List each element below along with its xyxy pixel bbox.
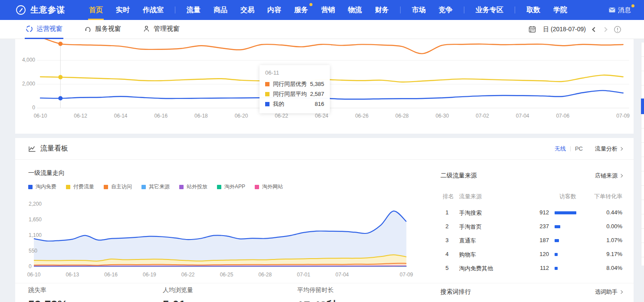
trend-chart-svg[interactable] bbox=[37, 39, 629, 108]
next-day-button-disabled[interactable] bbox=[602, 27, 607, 32]
stacked-area-chart[interactable]: 05501,1001,6502,20006-1006-1306-1606-190… bbox=[27, 199, 417, 286]
traffic-board-title: 流量看板 bbox=[40, 144, 68, 153]
nav-item-trade[interactable]: 交易 bbox=[234, 0, 261, 20]
x-tick-label: 06-28 bbox=[252, 272, 278, 278]
tab-management-view[interactable]: 管理视窗 bbox=[142, 20, 181, 39]
source-name-cell[interactable]: 购物车 bbox=[459, 251, 476, 259]
x-tick-label: 07-01 bbox=[291, 272, 317, 278]
table-header: 排名 流量来源 访客数 下单转化率 bbox=[440, 193, 622, 200]
nav-item-home[interactable]: 首页 bbox=[82, 0, 109, 20]
legend-item[interactable]: 自主访问 bbox=[104, 183, 132, 190]
shop-sources-link[interactable]: 店铺来源 bbox=[595, 172, 622, 180]
previous-day-button[interactable] bbox=[592, 27, 597, 32]
nav-divider bbox=[175, 7, 175, 13]
legend-item[interactable]: 淘外APP bbox=[217, 183, 245, 190]
notification-dot bbox=[631, 4, 634, 7]
home-trend-chart-card: 02,0004,00006-1006-1206-1406-1606-1806-2… bbox=[15, 39, 634, 134]
ya-tick-label: 0 bbox=[29, 263, 50, 269]
legend-swatch bbox=[179, 185, 184, 189]
series-color-swatch bbox=[265, 92, 269, 96]
nav-item-warroom[interactable]: 作战室 bbox=[136, 0, 170, 20]
column-conversion: 下单转化率 bbox=[575, 193, 622, 200]
nav-item-traffic[interactable]: 流量 bbox=[180, 0, 207, 20]
column-source: 流量来源 bbox=[459, 193, 482, 200]
brand-name[interactable]: 生意参谋 bbox=[30, 4, 65, 16]
area-chart-svg[interactable] bbox=[27, 199, 417, 268]
x-tick-label: 06-30 bbox=[429, 113, 455, 119]
channel-toggle-wireless[interactable]: 无线 bbox=[555, 145, 566, 153]
rank-cell: 2 bbox=[443, 223, 451, 230]
nav-item-competition[interactable]: 竞争 bbox=[432, 0, 459, 20]
trend-chart[interactable]: 02,0004,00006-1006-1206-1406-1606-1806-2… bbox=[37, 39, 629, 126]
nav-item-finance[interactable]: 财务 bbox=[368, 0, 395, 20]
x-tick-label: 06-22 bbox=[269, 113, 295, 119]
view-tab-bar: 运营视窗 服务视窗 管理视窗 日 (2018-07-09) bbox=[0, 20, 644, 39]
legend-swatch bbox=[28, 185, 33, 189]
legend-item[interactable]: 其它来源 bbox=[141, 183, 170, 190]
legend-label: 淘外网站 bbox=[262, 183, 283, 190]
x-tick-label: 06-10 bbox=[27, 113, 53, 119]
legend-item[interactable]: 付费流量 bbox=[66, 183, 94, 190]
person-icon bbox=[143, 25, 150, 33]
chart-tooltip: 06-11 同行同层优秀 5,385 同行同层平均 2,587 我的 816 bbox=[260, 65, 330, 113]
nav-item-goods[interactable]: 商品 bbox=[207, 0, 234, 20]
channel-toggle-pc[interactable]: PC bbox=[575, 145, 583, 152]
nav-item-business-zone[interactable]: 业务专区 bbox=[469, 0, 510, 20]
tab-service-view[interactable]: 服务视窗 bbox=[83, 20, 122, 39]
info-icon[interactable] bbox=[614, 26, 621, 33]
dashboard-refresh-icon bbox=[26, 25, 33, 33]
legend-label: 淘外APP bbox=[224, 183, 245, 190]
source-name-cell[interactable]: 手淘搜索 bbox=[459, 209, 482, 217]
word-picker-link[interactable]: 选词助手 bbox=[595, 288, 622, 296]
tooltip-series-label: 同行同层优秀 bbox=[273, 80, 307, 88]
legend-item[interactable]: 淘内免费 bbox=[28, 183, 56, 190]
legend-item[interactable]: 站外投放 bbox=[179, 183, 207, 190]
scrollbar-thumb[interactable] bbox=[641, 98, 644, 114]
messages-button[interactable]: 消息 bbox=[609, 6, 631, 14]
tooltip-row: 同行同层平均 2,587 bbox=[265, 89, 324, 99]
chevron-right-icon bbox=[619, 147, 623, 150]
source-name-cell[interactable]: 手淘首页 bbox=[459, 223, 482, 231]
table-row: 1 手淘搜索 912 0.44% bbox=[440, 206, 622, 220]
top-navigation: 生意参谋 首页 实时 作战室 流量 商品 交易 内容 服务 营销 物流 财务 市… bbox=[0, 0, 644, 20]
column-rank: 排名 bbox=[443, 193, 454, 200]
source-name-cell[interactable]: 淘内免费其他 bbox=[459, 265, 493, 272]
table-row: 2 手淘首页 237 0.00% bbox=[440, 220, 622, 233]
nav-item-service[interactable]: 服务 bbox=[288, 0, 315, 20]
tooltip-row: 我的 816 bbox=[265, 99, 324, 109]
metric-label: 跳失率 bbox=[28, 286, 68, 294]
column-visitors: 访客数 bbox=[533, 193, 576, 200]
tab-operations-view[interactable]: 运营视窗 bbox=[25, 20, 63, 39]
notification-dot bbox=[309, 3, 312, 6]
source-name-cell[interactable]: 直通车 bbox=[459, 237, 476, 245]
nav-item-marketing[interactable]: 营销 bbox=[315, 0, 342, 20]
nav-item-data-extract[interactable]: 取数 bbox=[520, 0, 547, 20]
x-tick-label: 07-06 bbox=[550, 113, 576, 119]
line-chart-icon bbox=[28, 145, 36, 153]
date-granularity-and-value[interactable]: 日 (2018-07-09) bbox=[543, 26, 586, 33]
traffic-board-header: 流量看板 无线 PC 流量分析 bbox=[15, 138, 634, 160]
visitor-bar bbox=[555, 211, 576, 214]
sycm-dashboard: 生意参谋 首页 实时 作战室 流量 商品 交易 内容 服务 营销 物流 财务 市… bbox=[0, 0, 644, 302]
legend-item[interactable]: 淘外网站 bbox=[255, 183, 283, 190]
nav-divider bbox=[464, 7, 464, 13]
nav-item-academy[interactable]: 学院 bbox=[547, 0, 574, 20]
nav-item-market[interactable]: 市场 bbox=[405, 0, 432, 20]
legend-swatch bbox=[217, 185, 221, 189]
nav-item-content[interactable]: 内容 bbox=[261, 0, 288, 20]
app-logo-icon[interactable] bbox=[16, 5, 26, 15]
x-tick-label: 06-19 bbox=[136, 272, 162, 278]
metric-pages-per-visit: 人均浏览量 5.01 bbox=[163, 286, 193, 302]
rank-cell: 5 bbox=[443, 265, 451, 271]
calendar-icon[interactable] bbox=[529, 26, 536, 33]
traffic-analysis-link[interactable]: 流量分析 bbox=[595, 145, 622, 153]
y-tick-label: 4,000 bbox=[17, 57, 35, 63]
link-label: 店铺来源 bbox=[595, 172, 618, 179]
legend-label: 其它来源 bbox=[149, 183, 170, 190]
y-tick-label: 2,000 bbox=[17, 81, 35, 87]
nav-item-logistics[interactable]: 物流 bbox=[342, 0, 368, 20]
x-tick-label: 06-16 bbox=[98, 272, 124, 278]
nav-item-realtime[interactable]: 实时 bbox=[109, 0, 136, 20]
nav-divider bbox=[400, 7, 401, 13]
conversion-cell: 0.44% bbox=[575, 209, 622, 216]
